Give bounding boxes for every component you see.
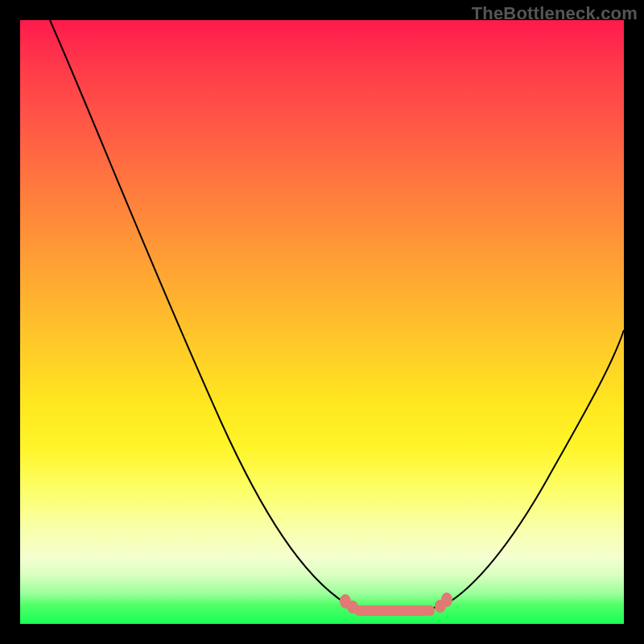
svg-point-4 bbox=[441, 592, 452, 607]
curve-right-arm bbox=[445, 330, 624, 605]
chart-frame: TheBottleneck.com bbox=[0, 0, 644, 644]
watermark-text: TheBottleneck.com bbox=[472, 3, 638, 24]
chart-svg bbox=[20, 20, 624, 624]
svg-rect-2 bbox=[354, 605, 435, 616]
minimum-marker-band bbox=[340, 592, 452, 616]
curve-left-arm bbox=[50, 20, 346, 604]
